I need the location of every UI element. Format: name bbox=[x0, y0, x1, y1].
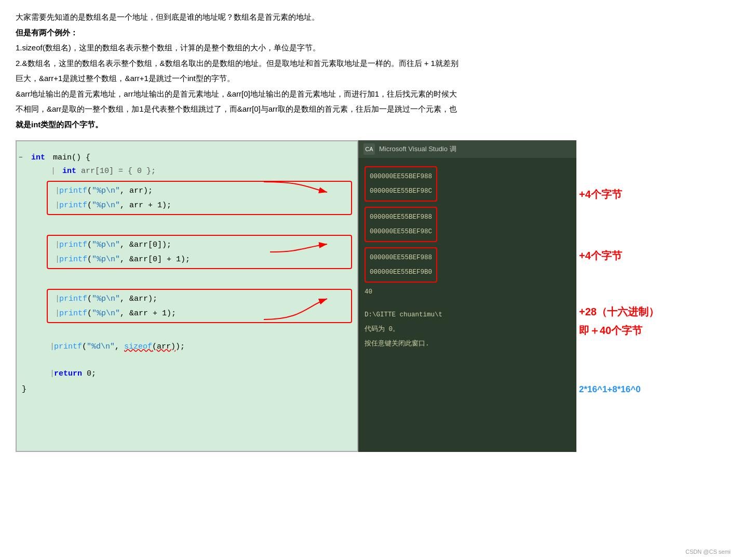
intro-line5: &arr地址输出的是首元素地址，arr地址输出的是首元素地址，&arr[0]地址… bbox=[16, 87, 725, 101]
addr-box2: 000000EE55BEF988 000000EE55BEF98C bbox=[365, 207, 437, 242]
sizeof-args: (arr) bbox=[152, 342, 176, 351]
vs-content: 000000EE55BEF988 000000EE55BEF98C 000000… bbox=[358, 158, 576, 452]
code-panel: − int main() { | int arr[10] = { 0 }; | bbox=[16, 140, 358, 452]
printf5-args: ( bbox=[87, 295, 92, 303]
fn-printf6: printf bbox=[59, 309, 87, 318]
intro-line5c: 就是int类型的四个字节。 bbox=[16, 118, 725, 131]
annot3-area: +28（十六进制） bbox=[579, 304, 659, 319]
annot3-text: +28（十六进制） bbox=[579, 306, 659, 317]
fn-printf4: printf bbox=[59, 255, 87, 264]
code-text: 代码为 0。 bbox=[365, 322, 570, 337]
printf3-args: ( bbox=[87, 241, 92, 249]
printf7-end: ); bbox=[176, 342, 185, 351]
blank-line2 bbox=[17, 272, 352, 286]
red-box-group3: | printf ( "%p\n" , &arr); | printf ( "%… bbox=[47, 289, 352, 323]
str4: "%p\n" bbox=[92, 255, 120, 264]
printf7-mid: , bbox=[115, 342, 124, 351]
str2: "%p\n" bbox=[92, 201, 120, 210]
printf3-rest: , &arr[0]); bbox=[120, 241, 171, 249]
annot1-text: +4个字节 bbox=[579, 189, 622, 200]
code-line-brace-close: } bbox=[17, 382, 352, 396]
intro-line5b: 不相同，&arr是取的一整个数组，加1是代表整个数组跳过了，而&arr[0]与a… bbox=[16, 102, 725, 116]
code-line-return: | return 0; bbox=[17, 367, 352, 380]
printf4-args: ( bbox=[87, 255, 92, 264]
printf6-args: ( bbox=[87, 309, 92, 318]
annot4-area: 即＋40个字节 bbox=[579, 323, 659, 338]
vs-header: CA Microsoft Visual Studio 调 bbox=[358, 140, 576, 158]
code-line-printf4: | printf ( "%p\n" , &arr[0] + 1); bbox=[52, 252, 347, 266]
addr2b: 000000EE55BEF98C bbox=[370, 224, 432, 239]
kw-int-arr: int bbox=[62, 167, 76, 176]
sizeof-fn: sizeof bbox=[124, 342, 152, 351]
path-text: D:\GITTE chuantimu\t bbox=[365, 308, 570, 322]
annot2-area: +4个字节 bbox=[579, 248, 659, 263]
annot1-area: +4个字节 bbox=[579, 187, 659, 202]
annot-blue-text: 2*16^1+8*16^0 bbox=[579, 384, 641, 394]
intro-line4: 2.&数组名，这里的数组名表示整个数组，&数组名取出的是数组的地址。但是取地址和… bbox=[16, 57, 725, 70]
addr1b: 000000EE55BEF98C bbox=[370, 184, 432, 198]
num40-text: 40 bbox=[365, 285, 570, 299]
addr-group3: 000000EE55BEF988 000000EE55BEF9B0 bbox=[365, 247, 570, 285]
vs-icon: CA bbox=[363, 143, 375, 155]
addr3a: 000000EE55BEF988 bbox=[370, 250, 432, 265]
code-line-main: − int main() { bbox=[17, 151, 352, 164]
str6: "%p\n" bbox=[92, 309, 120, 318]
str3: "%p\n" bbox=[92, 241, 120, 249]
blank-line1 bbox=[17, 218, 352, 232]
printf1-rest: , arr); bbox=[120, 186, 153, 195]
fn-printf7: printf bbox=[54, 342, 82, 351]
vbar1: | bbox=[51, 167, 56, 176]
fn-printf5: printf bbox=[59, 295, 87, 303]
printf2-rest: , arr + 1); bbox=[120, 201, 171, 210]
kw-return: return bbox=[54, 369, 82, 378]
vs-title: Microsoft Visual Studio 调 bbox=[379, 144, 456, 154]
code-line-printf1: | printf ( "%p\n" , arr); bbox=[52, 184, 347, 197]
printf7-args: ( bbox=[82, 342, 87, 351]
code-lines: − int main() { | int arr[10] = { 0 }; | bbox=[17, 151, 352, 396]
addr-group2: 000000EE55BEF988 000000EE55BEF98C bbox=[365, 207, 570, 244]
code-line-arr: | int arr[10] = { 0 }; bbox=[17, 164, 352, 178]
vs-icon-text: CA bbox=[365, 146, 373, 152]
str7: "%d\n" bbox=[87, 342, 115, 351]
annotations-col: +4个字节 +4个字节 +28（十六进制） 即＋40个字节 2*16^1+8*1… bbox=[579, 171, 659, 395]
intro-line4b: 巨大，&arr+1是跳过整个数组，&arr+1是跳过一个int型的字节。 bbox=[16, 72, 725, 85]
str5: "%p\n" bbox=[92, 295, 120, 303]
main-func-text: main() { bbox=[48, 153, 90, 162]
intro-line1: 大家需要先知道的是数组名是一个地址，但到底是谁的地址呢？数组名是首元素的地址。 bbox=[16, 10, 725, 24]
code-line-printf6: | printf ( "%p\n" , &arr + 1); bbox=[52, 306, 347, 320]
addr2a: 000000EE55BEF988 bbox=[370, 210, 432, 224]
annot-blue-area: 2*16^1+8*16^0 bbox=[579, 384, 659, 395]
minus-icon: − bbox=[19, 154, 23, 162]
vs-panel: CA Microsoft Visual Studio 调 000000EE55B… bbox=[358, 140, 576, 452]
addr3b: 000000EE55BEF9B0 bbox=[370, 265, 432, 279]
keyword-int: int bbox=[31, 153, 45, 162]
printf4-rest: , &arr[0] + 1); bbox=[120, 255, 190, 264]
fn-printf2: printf bbox=[59, 201, 87, 210]
arr-decl: arr[10] = { 0 }; bbox=[76, 167, 156, 176]
blank-line3 bbox=[17, 326, 352, 340]
close-text: 按任意键关闭此窗口. bbox=[365, 337, 570, 351]
addr1a: 000000EE55BEF988 bbox=[370, 169, 432, 184]
printf1-args: ( bbox=[87, 186, 92, 195]
code-line-printf5: | printf ( "%p\n" , &arr); bbox=[52, 292, 347, 305]
str1: "%p\n" bbox=[92, 186, 120, 195]
main-layout: − int main() { | int arr[10] = { 0 }; | bbox=[16, 140, 725, 452]
code-line-sizeof: | printf ( "%d\n" , sizeof (arr) ); bbox=[17, 340, 352, 353]
return-val: 0; bbox=[82, 369, 96, 378]
code-line-printf3: | printf ( "%p\n" , &arr[0]); bbox=[52, 238, 347, 251]
blank-line4 bbox=[17, 353, 352, 367]
red-box-group2: | printf ( "%p\n" , &arr[0]); | printf (… bbox=[47, 235, 352, 269]
addr-box3: 000000EE55BEF988 000000EE55BEF9B0 bbox=[365, 247, 437, 283]
annot2-text: +4个字节 bbox=[579, 250, 622, 261]
fn-printf1: printf bbox=[59, 186, 87, 195]
intro-line3: 1.sizeof(数组名)，这里的数组名表示整个数组，计算的是整个数组的大小，单… bbox=[16, 41, 725, 55]
code-line-printf2: | printf ( "%p\n" , arr + 1); bbox=[52, 198, 347, 212]
printf6-rest: , &arr + 1); bbox=[120, 309, 176, 318]
red-box-group1: | printf ( "%p\n" , arr); | printf ( "%p… bbox=[47, 181, 352, 215]
intro-section: 大家需要先知道的是数组名是一个地址，但到底是谁的地址呢？数组名是首元素的地址。 … bbox=[16, 10, 725, 131]
printf5-rest: , &arr); bbox=[120, 295, 157, 303]
brace-close: } bbox=[22, 385, 26, 394]
addr-group1: 000000EE55BEF988 000000EE55BEF98C bbox=[365, 166, 570, 204]
annot4-text: 即＋40个字节 bbox=[579, 325, 642, 336]
fn-printf3: printf bbox=[59, 241, 87, 249]
